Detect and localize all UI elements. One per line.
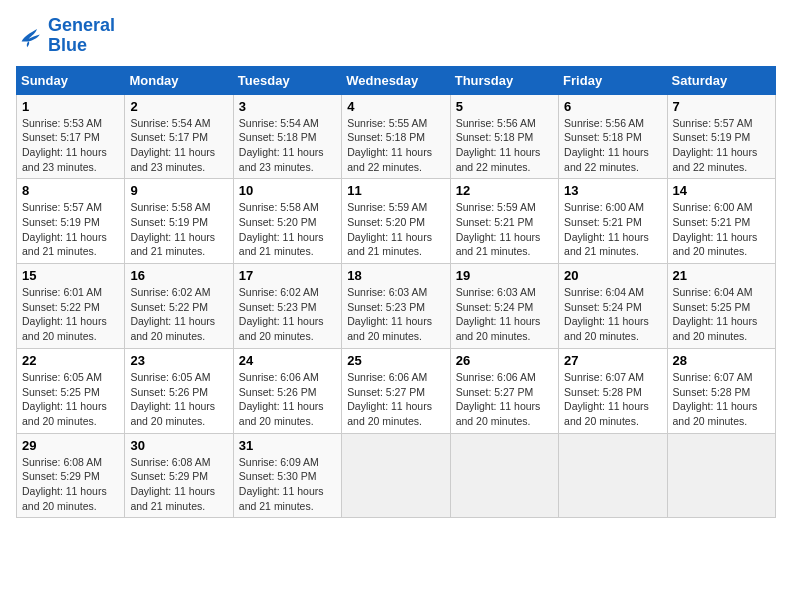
day-number: 22: [22, 353, 119, 368]
day-info: Sunrise: 6:00 AMSunset: 5:21 PMDaylight:…: [564, 201, 649, 257]
day-number: 6: [564, 99, 661, 114]
day-info: Sunrise: 6:06 AMSunset: 5:27 PMDaylight:…: [347, 371, 432, 427]
day-info: Sunrise: 6:00 AMSunset: 5:21 PMDaylight:…: [673, 201, 758, 257]
calendar-cell: 31 Sunrise: 6:09 AMSunset: 5:30 PMDaylig…: [233, 433, 341, 518]
calendar-cell: 26 Sunrise: 6:06 AMSunset: 5:27 PMDaylig…: [450, 348, 558, 433]
page-header: General Blue: [16, 16, 776, 56]
day-number: 10: [239, 183, 336, 198]
day-number: 4: [347, 99, 444, 114]
calendar-cell: [559, 433, 667, 518]
calendar-cell: 30 Sunrise: 6:08 AMSunset: 5:29 PMDaylig…: [125, 433, 233, 518]
day-number: 19: [456, 268, 553, 283]
calendar-week-row: 8 Sunrise: 5:57 AMSunset: 5:19 PMDayligh…: [17, 179, 776, 264]
logo-text: General Blue: [48, 16, 115, 56]
calendar-cell: 16 Sunrise: 6:02 AMSunset: 5:22 PMDaylig…: [125, 264, 233, 349]
calendar-cell: 19 Sunrise: 6:03 AMSunset: 5:24 PMDaylig…: [450, 264, 558, 349]
day-number: 23: [130, 353, 227, 368]
calendar-cell: 25 Sunrise: 6:06 AMSunset: 5:27 PMDaylig…: [342, 348, 450, 433]
header-saturday: Saturday: [667, 66, 775, 94]
day-info: Sunrise: 6:06 AMSunset: 5:27 PMDaylight:…: [456, 371, 541, 427]
day-number: 2: [130, 99, 227, 114]
day-info: Sunrise: 6:08 AMSunset: 5:29 PMDaylight:…: [130, 456, 215, 512]
day-number: 12: [456, 183, 553, 198]
logo-icon: [16, 22, 44, 50]
header-friday: Friday: [559, 66, 667, 94]
day-number: 31: [239, 438, 336, 453]
day-number: 13: [564, 183, 661, 198]
calendar-cell: 23 Sunrise: 6:05 AMSunset: 5:26 PMDaylig…: [125, 348, 233, 433]
day-number: 5: [456, 99, 553, 114]
calendar-cell: 29 Sunrise: 6:08 AMSunset: 5:29 PMDaylig…: [17, 433, 125, 518]
calendar-cell: 21 Sunrise: 6:04 AMSunset: 5:25 PMDaylig…: [667, 264, 775, 349]
calendar-cell: 12 Sunrise: 5:59 AMSunset: 5:21 PMDaylig…: [450, 179, 558, 264]
day-info: Sunrise: 5:59 AMSunset: 5:20 PMDaylight:…: [347, 201, 432, 257]
calendar-cell: [342, 433, 450, 518]
calendar-cell: 11 Sunrise: 5:59 AMSunset: 5:20 PMDaylig…: [342, 179, 450, 264]
calendar-cell: 3 Sunrise: 5:54 AMSunset: 5:18 PMDayligh…: [233, 94, 341, 179]
day-info: Sunrise: 5:57 AMSunset: 5:19 PMDaylight:…: [673, 117, 758, 173]
calendar-week-row: 15 Sunrise: 6:01 AMSunset: 5:22 PMDaylig…: [17, 264, 776, 349]
calendar-week-row: 29 Sunrise: 6:08 AMSunset: 5:29 PMDaylig…: [17, 433, 776, 518]
day-info: Sunrise: 6:07 AMSunset: 5:28 PMDaylight:…: [564, 371, 649, 427]
calendar-cell: 24 Sunrise: 6:06 AMSunset: 5:26 PMDaylig…: [233, 348, 341, 433]
day-info: Sunrise: 5:53 AMSunset: 5:17 PMDaylight:…: [22, 117, 107, 173]
calendar-cell: 4 Sunrise: 5:55 AMSunset: 5:18 PMDayligh…: [342, 94, 450, 179]
day-number: 27: [564, 353, 661, 368]
day-info: Sunrise: 6:05 AMSunset: 5:26 PMDaylight:…: [130, 371, 215, 427]
calendar-cell: 20 Sunrise: 6:04 AMSunset: 5:24 PMDaylig…: [559, 264, 667, 349]
header-thursday: Thursday: [450, 66, 558, 94]
day-info: Sunrise: 6:04 AMSunset: 5:24 PMDaylight:…: [564, 286, 649, 342]
day-number: 11: [347, 183, 444, 198]
day-info: Sunrise: 5:54 AMSunset: 5:18 PMDaylight:…: [239, 117, 324, 173]
calendar-cell: 14 Sunrise: 6:00 AMSunset: 5:21 PMDaylig…: [667, 179, 775, 264]
day-info: Sunrise: 5:56 AMSunset: 5:18 PMDaylight:…: [456, 117, 541, 173]
day-info: Sunrise: 6:08 AMSunset: 5:29 PMDaylight:…: [22, 456, 107, 512]
calendar-cell: 27 Sunrise: 6:07 AMSunset: 5:28 PMDaylig…: [559, 348, 667, 433]
header-sunday: Sunday: [17, 66, 125, 94]
day-number: 30: [130, 438, 227, 453]
day-info: Sunrise: 6:01 AMSunset: 5:22 PMDaylight:…: [22, 286, 107, 342]
calendar-cell: 8 Sunrise: 5:57 AMSunset: 5:19 PMDayligh…: [17, 179, 125, 264]
day-info: Sunrise: 6:03 AMSunset: 5:23 PMDaylight:…: [347, 286, 432, 342]
calendar-week-row: 22 Sunrise: 6:05 AMSunset: 5:25 PMDaylig…: [17, 348, 776, 433]
day-info: Sunrise: 5:58 AMSunset: 5:19 PMDaylight:…: [130, 201, 215, 257]
day-number: 20: [564, 268, 661, 283]
day-info: Sunrise: 6:04 AMSunset: 5:25 PMDaylight:…: [673, 286, 758, 342]
day-info: Sunrise: 6:02 AMSunset: 5:23 PMDaylight:…: [239, 286, 324, 342]
day-number: 15: [22, 268, 119, 283]
calendar-cell: 28 Sunrise: 6:07 AMSunset: 5:28 PMDaylig…: [667, 348, 775, 433]
header-monday: Monday: [125, 66, 233, 94]
calendar-cell: 10 Sunrise: 5:58 AMSunset: 5:20 PMDaylig…: [233, 179, 341, 264]
day-number: 17: [239, 268, 336, 283]
day-number: 21: [673, 268, 770, 283]
day-number: 18: [347, 268, 444, 283]
calendar-cell: 1 Sunrise: 5:53 AMSunset: 5:17 PMDayligh…: [17, 94, 125, 179]
calendar-table: SundayMondayTuesdayWednesdayThursdayFrid…: [16, 66, 776, 519]
day-info: Sunrise: 6:07 AMSunset: 5:28 PMDaylight:…: [673, 371, 758, 427]
calendar-cell: 15 Sunrise: 6:01 AMSunset: 5:22 PMDaylig…: [17, 264, 125, 349]
calendar-cell: 18 Sunrise: 6:03 AMSunset: 5:23 PMDaylig…: [342, 264, 450, 349]
calendar-cell: 6 Sunrise: 5:56 AMSunset: 5:18 PMDayligh…: [559, 94, 667, 179]
calendar-cell: 7 Sunrise: 5:57 AMSunset: 5:19 PMDayligh…: [667, 94, 775, 179]
day-info: Sunrise: 5:54 AMSunset: 5:17 PMDaylight:…: [130, 117, 215, 173]
calendar-header-row: SundayMondayTuesdayWednesdayThursdayFrid…: [17, 66, 776, 94]
calendar-cell: 22 Sunrise: 6:05 AMSunset: 5:25 PMDaylig…: [17, 348, 125, 433]
day-info: Sunrise: 6:05 AMSunset: 5:25 PMDaylight:…: [22, 371, 107, 427]
day-info: Sunrise: 5:56 AMSunset: 5:18 PMDaylight:…: [564, 117, 649, 173]
day-number: 24: [239, 353, 336, 368]
calendar-cell: 5 Sunrise: 5:56 AMSunset: 5:18 PMDayligh…: [450, 94, 558, 179]
day-info: Sunrise: 6:03 AMSunset: 5:24 PMDaylight:…: [456, 286, 541, 342]
day-info: Sunrise: 5:57 AMSunset: 5:19 PMDaylight:…: [22, 201, 107, 257]
day-info: Sunrise: 6:02 AMSunset: 5:22 PMDaylight:…: [130, 286, 215, 342]
calendar-cell: 9 Sunrise: 5:58 AMSunset: 5:19 PMDayligh…: [125, 179, 233, 264]
calendar-week-row: 1 Sunrise: 5:53 AMSunset: 5:17 PMDayligh…: [17, 94, 776, 179]
day-number: 8: [22, 183, 119, 198]
calendar-cell: [450, 433, 558, 518]
calendar-cell: 2 Sunrise: 5:54 AMSunset: 5:17 PMDayligh…: [125, 94, 233, 179]
day-info: Sunrise: 5:55 AMSunset: 5:18 PMDaylight:…: [347, 117, 432, 173]
day-number: 29: [22, 438, 119, 453]
day-info: Sunrise: 5:58 AMSunset: 5:20 PMDaylight:…: [239, 201, 324, 257]
logo: General Blue: [16, 16, 115, 56]
day-number: 16: [130, 268, 227, 283]
day-number: 3: [239, 99, 336, 114]
